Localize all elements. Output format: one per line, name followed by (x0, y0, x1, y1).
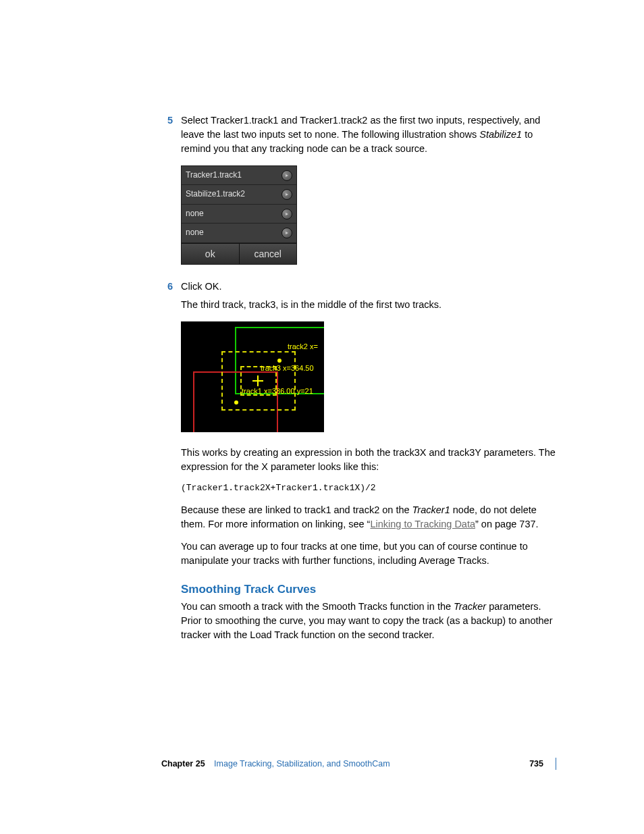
panel-row-label: Stabilize1.track2 (186, 188, 245, 200)
linking-data-link[interactable]: Linking to Tracking Data (370, 519, 475, 529)
panel-row-label: none (186, 208, 204, 219)
panel-button-bar: ok cancel (182, 243, 296, 264)
track1-label: track1 x=386.00 y=21 (242, 386, 313, 397)
track3-label: track3 x=364.50 (261, 363, 314, 374)
step-number: 6 (167, 280, 173, 294)
body-expression-intro: This works by creating an expression in … (181, 446, 556, 474)
step6-line2: The third track, track3, is in the middl… (181, 298, 556, 312)
body-linked-note: Because these are linked to track1 and t… (181, 503, 556, 531)
body-smoothing: You can smooth a track with the Smooth T… (181, 600, 556, 642)
chapter-title: Image Tracking, Stabilization, and Smoot… (214, 759, 390, 768)
body-average-note: You can average up to four tracks at one… (181, 540, 556, 568)
panel-row[interactable]: Tracker1.track1 ▸ (182, 166, 296, 185)
body4-a: You can smooth a track with the Smooth T… (181, 601, 454, 612)
chapter-label: Chapter 25 (161, 759, 205, 768)
tracker-input-panel: Tracker1.track1 ▸ Stabilize1.track2 ▸ no… (181, 165, 297, 265)
track-point (234, 400, 238, 405)
panel-row-label: Tracker1.track1 (186, 170, 242, 181)
step-5: 5 Select Tracker1.track1 and Tracker1.tr… (181, 113, 556, 156)
panel-row[interactable]: none ▸ (182, 205, 296, 224)
panel-row[interactable]: Stabilize1.track2 ▸ (182, 185, 296, 204)
track-viewport-figure: track2 x= track3 x=364.50 track1 x=386.0… (181, 321, 324, 432)
body2-c: ” on page 737. (475, 519, 539, 529)
page-footer: Chapter 25 Image Tracking, Stabilization… (161, 758, 556, 770)
expression-code: (Tracker1.track2X+Tracker1.track1X)/2 (181, 482, 556, 495)
panel-row-label: none (186, 227, 204, 238)
ok-button[interactable]: ok (182, 244, 240, 264)
body2-a: Because these are linked to track1 and t… (181, 504, 412, 515)
track-point (277, 359, 281, 363)
body2-italic: Tracker1 (412, 504, 450, 515)
page-number: 735 (529, 758, 543, 770)
play-icon[interactable]: ▸ (281, 170, 292, 181)
body4-italic: Tracker (454, 601, 486, 612)
step5-text: Select Tracker1.track1 and Tracker1.trac… (181, 113, 556, 156)
step-number: 5 (167, 113, 173, 128)
panel-row[interactable]: none ▸ (182, 224, 296, 242)
play-icon[interactable]: ▸ (281, 228, 292, 238)
step-6: 6 Click OK. The third track, track3, is … (181, 280, 556, 312)
play-icon[interactable]: ▸ (281, 189, 292, 200)
subheading-smoothing: Smoothing Track Curves (181, 581, 556, 598)
step5-italic: Stabilize1 (479, 129, 522, 140)
cancel-button[interactable]: cancel (240, 244, 297, 264)
play-icon[interactable]: ▸ (281, 209, 292, 219)
step6-line1: Click OK. (181, 280, 556, 294)
track2-label: track2 x= (288, 342, 318, 353)
